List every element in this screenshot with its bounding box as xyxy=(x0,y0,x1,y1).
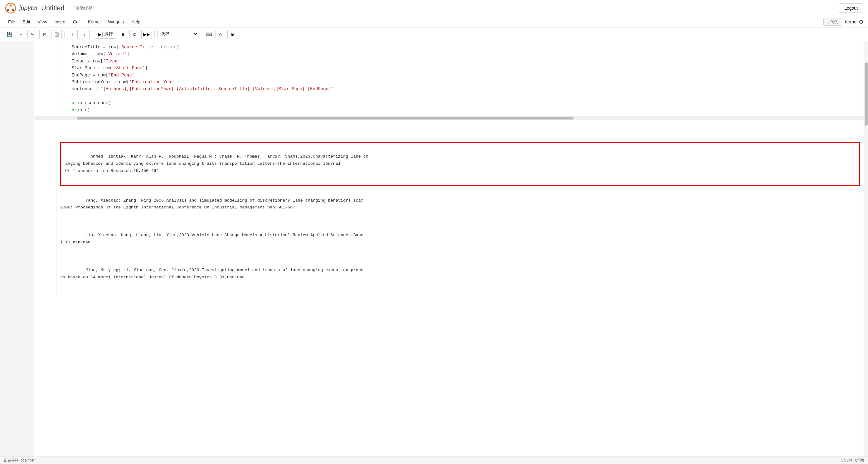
cut-button[interactable]: ✂ xyxy=(27,30,38,39)
code-line: EndPage = row['End Page'] xyxy=(61,72,860,79)
save-button[interactable]: 💾 xyxy=(4,30,14,39)
code-cell-1: SourceTitle = row['Source Title'].title(… xyxy=(34,41,864,120)
restart-button[interactable]: ↻ xyxy=(129,30,140,39)
kernel-circle-icon xyxy=(859,20,863,24)
cell-hscroll[interactable] xyxy=(35,116,864,120)
status-right: CSDN 代码块 xyxy=(841,458,864,463)
output-item-3: Jian, Meiying; Li, Xiaojuan; Cao, Jinxin… xyxy=(60,257,860,291)
restart-run-button[interactable]: ▶▶ xyxy=(141,30,152,39)
settings-button[interactable]: ⚙ xyxy=(227,30,238,39)
code-line: Issue = row['Issue'] xyxy=(61,58,860,65)
cell-code[interactable]: SourceTitle = row['Source Title'].title(… xyxy=(57,41,864,116)
status-bar: 正在等待 localhost... CSDN 代码块 xyxy=(0,457,868,464)
add-cell-button[interactable]: ＋ xyxy=(16,30,26,39)
svg-point-2 xyxy=(7,9,9,11)
jupyter-logo-icon xyxy=(5,2,16,14)
output-area: Ahmed, Ishtiak; Karr, Alan F.; Rouphail,… xyxy=(34,139,864,294)
separator-2 xyxy=(92,31,92,38)
menu-kernel[interactable]: Kernel xyxy=(85,18,103,26)
output-text-0: Ahmed, Ishtiak; Karr, Alan F.; Rouphail,… xyxy=(65,154,368,173)
output-text-2: Liu, Xinchao; Hong, Liang; Lin, Yier,202… xyxy=(60,233,363,244)
kernel-info: 可信的 Kernel xyxy=(824,18,863,26)
output-item-highlighted: Ahmed, Ishtiak; Karr, Alan F.; Rouphail,… xyxy=(60,142,860,186)
output-content-wrapper: Ahmed, Ishtiak; Karr, Alan F.; Rouphail,… xyxy=(56,139,864,294)
left-gutter xyxy=(0,41,34,464)
code-line: StartPage = row['Start Page'] xyxy=(61,65,860,71)
hscroll-thumb xyxy=(77,117,574,119)
cell-input: SourceTitle = row['Source Title'].title(… xyxy=(35,41,864,116)
output-margin xyxy=(34,139,56,294)
cell-number xyxy=(35,41,57,116)
menu-insert[interactable]: Insert xyxy=(52,18,69,26)
copy-button[interactable]: ⎘ xyxy=(39,30,50,39)
svg-point-1 xyxy=(10,4,12,6)
paste-button[interactable]: 📋 xyxy=(51,30,62,39)
logout-button[interactable]: Logout xyxy=(839,3,863,13)
cell-toolbar-button[interactable]: ◇ xyxy=(216,30,226,39)
menu-widgets[interactable]: Widgets xyxy=(105,18,127,26)
cell-type-select[interactable]: 代码 Markdown Raw NBConvert Heading xyxy=(157,30,198,38)
run-label: 运行 xyxy=(104,31,113,37)
bottom-padding xyxy=(34,294,864,319)
output-item-2: Liu, Xinchao; Hong, Liang; Lin, Yier,202… xyxy=(60,222,860,257)
code-line xyxy=(61,93,860,99)
kernel-status: Kernel xyxy=(845,19,863,24)
cell-padding xyxy=(34,120,864,139)
scrollbar-thumb[interactable] xyxy=(865,62,868,126)
separator-1 xyxy=(64,31,65,38)
stop-button[interactable]: ■ xyxy=(118,30,128,39)
menu-view[interactable]: View xyxy=(35,18,50,26)
kernel-label: Kernel xyxy=(845,19,858,24)
top-bar: jupyter Untitled （自动保存） Logout xyxy=(0,0,868,16)
menu-file[interactable]: File xyxy=(5,18,19,26)
output-item-1: Yang, Xiaobao; Zhang, Ning,2006.Analysis… xyxy=(60,187,860,222)
app-name-label: jupyter xyxy=(19,4,38,11)
menu-cell[interactable]: Cell xyxy=(70,18,84,26)
code-line: print() xyxy=(61,107,860,114)
status-left: 正在等待 localhost... xyxy=(4,458,38,463)
run-icon: ▶| xyxy=(98,32,103,37)
right-scrollbar[interactable] xyxy=(864,41,868,464)
move-up-button[interactable]: ↑ xyxy=(67,30,78,39)
notebook-title: Untitled xyxy=(41,4,65,12)
output-text-1: Yang, Xiaobao; Zhang, Ning,2006.Analysis… xyxy=(60,198,363,210)
keyboard-shortcuts-button[interactable]: ⌨ xyxy=(204,30,214,39)
toolbar: 💾 ＋ ✂ ⎘ 📋 ↑ ↓ ▶| 运行 ■ ↻ ▶▶ 代码 Markdown R… xyxy=(0,27,868,41)
output-text-3: Jian, Meiying; Li, Xiaojuan; Cao, Jinxin… xyxy=(60,268,363,280)
separator-3 xyxy=(154,31,155,38)
move-down-button[interactable]: ↓ xyxy=(79,30,90,39)
menu-help[interactable]: Help xyxy=(128,18,144,26)
notebook-area[interactable]: SourceTitle = row['Source Title'].title(… xyxy=(34,41,864,464)
code-line: print(sentence) xyxy=(61,99,860,107)
trusted-badge: 可信的 xyxy=(824,18,841,26)
code-line: PublicationYear = row['Publication Year'… xyxy=(61,79,860,86)
main-content: SourceTitle = row['Source Title'].title(… xyxy=(0,41,868,464)
separator-4 xyxy=(201,31,201,38)
menu-bar: File Edit View Insert Cell Kernel Widget… xyxy=(0,16,868,27)
autosave-status: （自动保存） xyxy=(71,5,97,11)
run-button[interactable]: ▶| 运行 xyxy=(95,30,116,39)
code-line: sentence =f"{Authors},{PublicationYear}.… xyxy=(61,86,860,92)
code-line: Volume = row['Volume'] xyxy=(61,51,860,57)
logo-area: jupyter Untitled （自动保存） xyxy=(5,2,97,14)
code-line: SourceTitle = row['Source Title'].title(… xyxy=(61,44,860,51)
svg-point-3 xyxy=(12,9,14,11)
menu-edit[interactable]: Edit xyxy=(20,18,33,26)
